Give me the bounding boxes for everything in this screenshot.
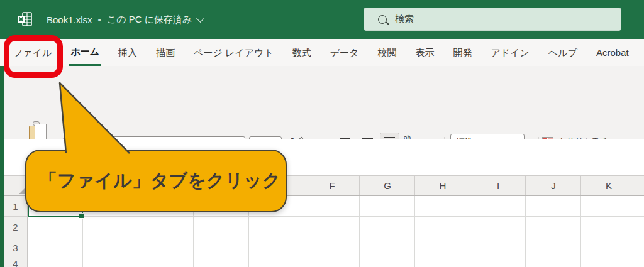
excel-window: Book1.xlsx • この PC に保存済み 検索 ファイル ホーム 挿入 … (0, 0, 644, 267)
excel-app-icon (16, 11, 34, 28)
title-separator: • (98, 14, 101, 25)
workbook-title-area[interactable]: Book1.xlsx • この PC に保存済み (47, 0, 203, 39)
save-status: この PC に保存済み (107, 14, 192, 26)
row-header[interactable]: 2 (4, 217, 28, 237)
tab-insert[interactable]: 挿入 (109, 39, 147, 66)
file-tab-highlight (4, 35, 63, 78)
tab-review[interactable]: 校閲 (368, 39, 406, 66)
row-header[interactable]: 1 (4, 196, 28, 217)
select-all-button[interactable] (4, 176, 28, 196)
ribbon-tab-row: ファイル ホーム 挿入 描画 ページ レイアウト 数式 データ 校閲 表示 開発… (0, 39, 644, 66)
row-header[interactable]: 4 (4, 258, 28, 267)
column-header[interactable]: K (581, 176, 636, 195)
tab-data[interactable]: データ (321, 39, 369, 66)
title-dropdown-chevron-icon[interactable] (197, 14, 205, 23)
fill-handle[interactable] (79, 213, 84, 219)
callout-tail (49, 78, 135, 157)
search-icon (378, 15, 387, 24)
tab-developer[interactable]: 開発 (443, 39, 481, 66)
row-header[interactable]: 3 (4, 237, 28, 258)
search-box[interactable]: 検索 (364, 8, 621, 31)
search-label: 検索 (395, 13, 414, 25)
window-left-edge (0, 66, 4, 267)
callout-bubble: 「ファイル」タブをクリック (25, 150, 287, 212)
column-header[interactable]: J (526, 176, 581, 195)
column-header[interactable]: F (304, 176, 360, 195)
tab-help[interactable]: ヘルプ (539, 39, 587, 66)
tab-home[interactable]: ホーム (61, 39, 109, 66)
column-header[interactable]: H (415, 176, 470, 195)
title-bar: Book1.xlsx • この PC に保存済み 検索 (0, 0, 644, 39)
tab-page-layout[interactable]: ページ レイアウト (184, 39, 283, 66)
column-header[interactable]: I (470, 176, 526, 195)
tab-draw[interactable]: 描画 (147, 39, 184, 66)
tab-acrobat[interactable]: Acrobat (587, 39, 638, 66)
column-header[interactable]: G (360, 176, 415, 195)
callout-text: 「ファイル」タブをクリック (39, 168, 280, 193)
tab-view[interactable]: 表示 (406, 39, 443, 66)
tab-formulas[interactable]: 数式 (283, 39, 321, 66)
workbook-title: Book1.xlsx (47, 14, 92, 25)
tab-addins[interactable]: アドイン (481, 39, 538, 66)
